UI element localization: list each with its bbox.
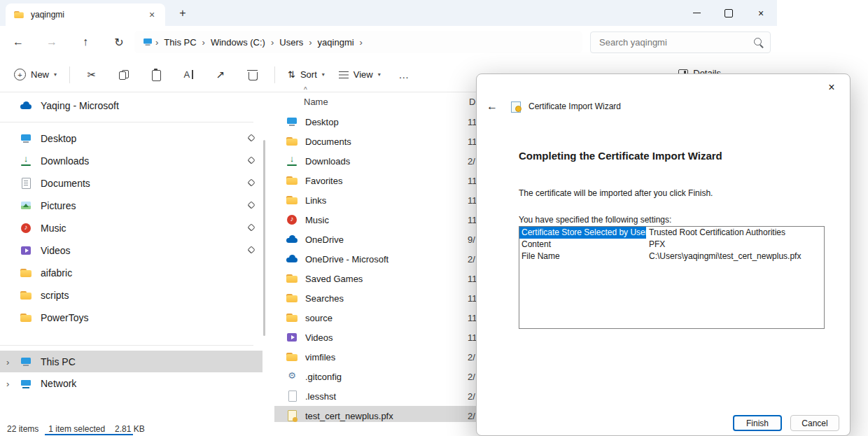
sidebar-item[interactable]: › Network	[0, 372, 262, 394]
window-controls: ×	[680, 0, 777, 26]
settings-row[interactable]: Certificate Store Selected by User Trust…	[519, 227, 824, 239]
sidebar-item-onedrive[interactable]: Yaqing - Microsoft	[0, 94, 262, 117]
navigation-pane: Yaqing - Microsoft Desktop Downloads Doc…	[0, 94, 262, 422]
pin-icon	[246, 134, 255, 143]
forward-button[interactable]: →	[41, 31, 63, 53]
sort-button[interactable]: ⇅ Sort ▾	[281, 65, 332, 84]
chevron-down-icon: ▾	[378, 71, 381, 78]
file-icon	[286, 370, 298, 383]
file-icon	[286, 155, 298, 167]
paste-button[interactable]	[144, 63, 169, 87]
sidebar-item-icon	[20, 311, 32, 324]
pin-icon	[246, 157, 255, 166]
sidebar-item-icon	[20, 132, 32, 145]
pin-icon	[246, 224, 255, 233]
minimize-icon	[693, 13, 701, 13]
sidebar-item[interactable]: Downloads	[0, 150, 262, 172]
file-name: OneDrive	[305, 234, 461, 245]
file-icon	[286, 213, 298, 226]
more-options-button[interactable]: …	[391, 63, 416, 87]
sidebar-scrollbar[interactable]	[263, 140, 265, 336]
wizard-heading: Completing the Certificate Import Wizard	[519, 150, 722, 162]
maximize-button[interactable]	[713, 0, 745, 26]
cancel-button[interactable]: Cancel	[790, 415, 839, 431]
delete-button[interactable]	[240, 63, 265, 87]
explorer-tab[interactable]: yaqingmi ×	[6, 3, 165, 26]
file-date: 2/	[468, 156, 475, 167]
sidebar-item-label: Yaqing - Microsoft	[41, 100, 255, 111]
search-icon	[754, 38, 762, 45]
settings-list[interactable]: Certificate Store Selected by User Trust…	[519, 226, 825, 329]
chevron-right-icon: ›	[202, 37, 205, 48]
status-accent-bar	[45, 434, 133, 435]
sidebar-item[interactable]: Pictures	[0, 195, 262, 217]
breadcrumb-item[interactable]: This PC	[160, 35, 200, 50]
file-name: .gitconfig	[305, 372, 461, 382]
rename-button[interactable]: A	[176, 63, 201, 87]
file-name: Documents	[305, 136, 461, 147]
breadcrumb-item[interactable]: Users	[275, 35, 307, 50]
new-tab-button[interactable]: +	[174, 5, 192, 22]
minimize-button[interactable]	[680, 0, 713, 26]
sidebar-item[interactable]: scripts	[0, 284, 262, 307]
chevron-right-icon: ›	[309, 37, 312, 48]
toolbar-divider	[274, 66, 275, 83]
settings-row[interactable]: File Name C:\Users\yaqingmi\test_cert_ne…	[519, 251, 824, 262]
copy-icon	[119, 70, 129, 80]
certificate-wizard-icon	[509, 100, 522, 113]
up-button[interactable]: ↑	[74, 31, 97, 53]
sidebar-item[interactable]: PowerToys	[0, 307, 262, 329]
setting-value: PFX	[646, 239, 665, 251]
dialog-close-button[interactable]: ×	[818, 77, 846, 98]
new-button[interactable]: + New ▾	[7, 64, 64, 85]
pin-icon	[246, 246, 255, 255]
new-button-label: New	[31, 69, 49, 80]
file-name: OneDrive - Microsoft	[305, 254, 461, 265]
refresh-button[interactable]: ↻	[108, 31, 130, 53]
onedrive-icon	[20, 99, 32, 112]
sidebar-item[interactable]: Music	[0, 217, 262, 239]
file-date: 2/	[468, 391, 475, 402]
file-icon	[286, 135, 298, 148]
close-button[interactable]: ×	[745, 0, 777, 26]
file-name: Searches	[305, 293, 461, 304]
search-input[interactable]	[590, 31, 771, 53]
sidebar-item-label: This PC	[41, 356, 255, 367]
file-date: 2/	[468, 372, 475, 382]
sidebar-item-label: Music	[41, 223, 238, 234]
breadcrumb-item[interactable]: Windows (C:)	[206, 35, 270, 50]
file-icon	[286, 115, 298, 128]
file-date: 2/	[468, 254, 475, 265]
sidebar-divider	[0, 345, 253, 346]
chevron-expand-icon[interactable]: ›	[6, 356, 9, 367]
sidebar-item[interactable]: Documents	[0, 172, 262, 195]
breadcrumb-item[interactable]: yaqingmi	[314, 35, 358, 50]
cut-button[interactable]: ✂	[79, 63, 104, 87]
sidebar-item[interactable]: aifabric	[0, 262, 262, 284]
chevron-right-icon: ›	[360, 37, 363, 48]
back-button[interactable]: ←	[7, 31, 29, 53]
file-icon	[286, 351, 298, 363]
finish-button[interactable]: Finish	[733, 415, 782, 431]
copy-button[interactable]	[111, 63, 136, 87]
file-name: source	[305, 313, 461, 323]
tab-bar: yaqingmi × + ×	[0, 0, 777, 26]
file-date: 2/	[468, 352, 475, 363]
file-icon	[286, 331, 298, 344]
sidebar-item[interactable]: › This PC	[0, 351, 262, 372]
view-icon	[339, 71, 349, 79]
sidebar-item[interactable]: Desktop	[0, 127, 262, 150]
share-button[interactable]: ↗	[208, 63, 233, 87]
column-header-name[interactable]: Name	[304, 97, 328, 107]
sidebar-item-icon	[20, 155, 32, 167]
file-name: Music	[305, 215, 461, 225]
toolbar-divider	[69, 66, 70, 83]
sidebar-item[interactable]: Videos	[0, 239, 262, 262]
setting-key: Certificate Store Selected by User	[519, 227, 646, 239]
settings-row[interactable]: Content PFX	[519, 239, 824, 251]
paste-icon	[152, 70, 161, 81]
dialog-back-button[interactable]: ←	[482, 97, 502, 116]
view-button[interactable]: View ▾	[332, 65, 388, 84]
tab-close-icon[interactable]: ×	[146, 9, 158, 20]
chevron-expand-icon[interactable]: ›	[6, 378, 9, 388]
